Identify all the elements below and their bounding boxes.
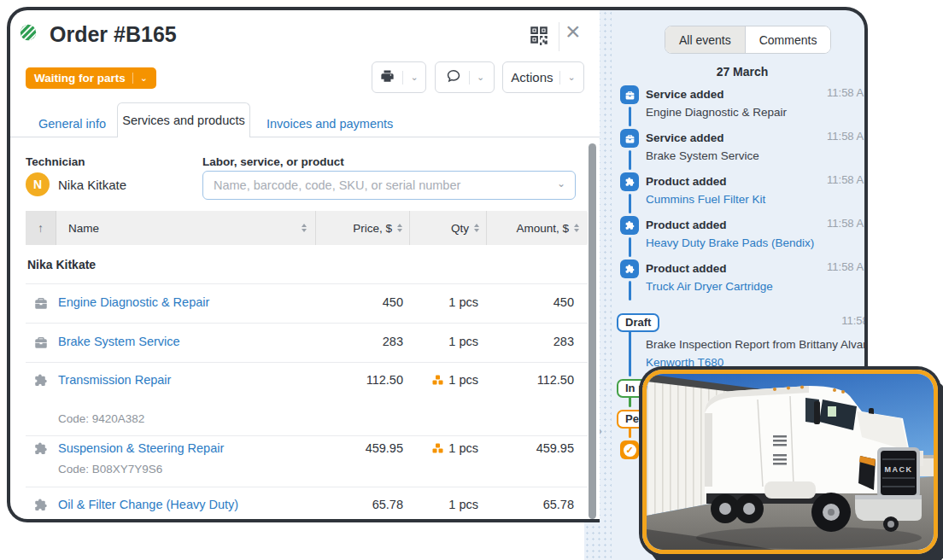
table-row: Suspension & Steering Repair 459.95 1 pc…: [26, 435, 588, 487]
service-icon: [33, 295, 49, 323]
tab-all-events[interactable]: All events: [665, 26, 746, 53]
tab-invoices-and-payments[interactable]: Invoices and payments: [266, 111, 393, 137]
qr-code-icon[interactable]: [528, 24, 550, 46]
timeline-connector: [629, 150, 631, 170]
timeline-connector: [629, 237, 631, 257]
service-icon: [33, 335, 49, 362]
column-header-qty[interactable]: Qty: [410, 211, 487, 245]
item-price: 459.95: [316, 441, 410, 487]
comment-button[interactable]: ⌄: [435, 61, 495, 93]
item-qty: 1 pcs: [410, 441, 487, 487]
chevron-down-icon: ⌄: [477, 72, 484, 83]
product-icon: [33, 441, 49, 487]
technician-avatar: N: [26, 172, 50, 196]
technician-group-header: Nika Kitkate: [26, 245, 588, 283]
tab-general-info[interactable]: General info: [38, 111, 106, 137]
sort-icon: [397, 224, 402, 233]
truck-photo[interactable]: MACK: [642, 370, 938, 554]
event-time: 11:58 AM: [827, 173, 868, 186]
event-time: 11:58 AM: [827, 86, 868, 99]
tab-services-and-products[interactable]: Services and products: [117, 102, 250, 137]
timeline-event: ✓ Service added Service added 11:58 AM E…: [620, 85, 864, 129]
activity-tabs: All events Comments: [665, 26, 831, 54]
chevron-down-icon: ⌄: [567, 72, 575, 83]
timeline-connector: [629, 107, 631, 126]
item-search: ⌄: [202, 171, 576, 200]
technician-label: Technician: [26, 155, 85, 168]
feed-date: 27 March: [620, 65, 864, 79]
event-text: Brake Inspection Report from Brittany Al…: [646, 335, 868, 353]
item-name-link[interactable]: Oil & Filter Change (Heavy Duty): [56, 498, 316, 522]
sort-icon: [474, 224, 479, 233]
print-button[interactable]: ⌄: [372, 61, 426, 93]
event-time: 11:58 AM: [841, 314, 868, 327]
technician-name[interactable]: Nika Kitkate: [58, 177, 126, 194]
item-amount: 459.95: [487, 441, 588, 487]
service-event-icon: [620, 85, 639, 104]
stock-icon: [432, 373, 443, 388]
sort-icon: [574, 224, 579, 233]
item-name-link[interactable]: Brake System Service: [56, 335, 316, 362]
items-table: ↑ Name Price, $ Qty Amount, $ Nika Kitka…: [26, 211, 588, 522]
comment-bubble-icon: [445, 67, 462, 87]
timeline-event: ✓ Product added Product added 11:58 AM C…: [620, 172, 864, 216]
event-text: Heavy Duty Brake Pads (Bendix): [646, 234, 864, 252]
close-icon[interactable]: ×: [565, 19, 581, 44]
event-status-badge: Draft: [617, 313, 659, 332]
order-status-label: Waiting for parts: [34, 72, 126, 85]
table-row: Engine Diagnostic & Repair 450 1 pcs 450: [26, 283, 588, 323]
header-divider: [559, 22, 559, 51]
item-amount: 283: [487, 335, 588, 362]
sort-icon: [302, 224, 307, 233]
event-text: Truck Air Dryer Cartridge: [646, 277, 864, 295]
event-time: 11:58 AM: [827, 217, 868, 230]
labor-label: Labor, service, or product: [202, 155, 344, 168]
timeline-connector: [629, 281, 631, 300]
print-icon: [379, 68, 395, 87]
chevron-down-icon: ⌄: [410, 72, 418, 83]
event-text: Cummins Fuel Filter Kit: [646, 190, 864, 208]
item-qty: 1 pcs: [410, 335, 487, 362]
row-code: Code: 9420A382: [58, 412, 144, 425]
item-name-link[interactable]: Transmission Repair: [56, 373, 316, 435]
timeline-connector: [629, 194, 631, 213]
item-amount: 65.78: [487, 498, 588, 522]
event-text: Brake System Service: [646, 147, 864, 165]
page-title: Order #B165: [50, 20, 177, 48]
stock-icon: [432, 441, 443, 456]
item-price: 450: [316, 295, 410, 323]
actions-label: Actions: [511, 70, 553, 85]
order-status-dropdown[interactable]: Waiting for parts ⌄: [26, 67, 156, 89]
product-icon: [33, 373, 49, 435]
column-header-price[interactable]: Price, $: [316, 211, 410, 245]
product-event-icon: [620, 172, 639, 191]
chevron-down-icon: ⌄: [557, 178, 565, 190]
sort-direction-header[interactable]: ↑: [26, 211, 56, 245]
item-qty: 1 pcs: [410, 373, 487, 435]
item-name-link[interactable]: Engine Diagnostic & Repair: [56, 295, 316, 323]
event-link[interactable]: Kenworth T680: [646, 353, 868, 371]
order-card: Order #B165 × Waiting for parts ⌄ ⌄ ⌄ Ac…: [7, 7, 600, 522]
service-event-icon: [620, 129, 639, 148]
timeline-event: ✓ Service added Service added 11:58 AM B…: [620, 129, 864, 172]
done-event-icon: ✓: [620, 440, 639, 459]
item-amount: 112.50: [487, 373, 588, 435]
table-header: ↑ Name Price, $ Qty Amount, $: [26, 211, 588, 245]
item-price: 283: [316, 335, 410, 362]
tab-comments[interactable]: Comments: [746, 26, 831, 53]
chevron-down-icon: ⌄: [140, 73, 148, 84]
item-qty: 1 pcs: [410, 295, 487, 323]
item-search-input[interactable]: [202, 171, 576, 200]
vertical-scrollbar[interactable]: [589, 143, 596, 519]
table-row: Brake System Service 283 1 pcs 283: [26, 323, 588, 362]
truck-photo-illustration: MACK: [647, 374, 934, 550]
item-qty: 1 pcs: [410, 498, 487, 522]
tabbar-divider: [10, 137, 600, 137]
timeline-event: ✓ Product added Product added 11:58 AM H…: [620, 216, 864, 260]
column-header-amount[interactable]: Amount, $: [487, 211, 588, 245]
item-price: 112.50: [316, 373, 410, 435]
order-status-icon: [19, 23, 38, 42]
actions-button[interactable]: Actions ⌄: [502, 61, 584, 93]
column-header-name[interactable]: Name: [56, 211, 316, 245]
event-time: 11:58 AM: [827, 260, 868, 273]
